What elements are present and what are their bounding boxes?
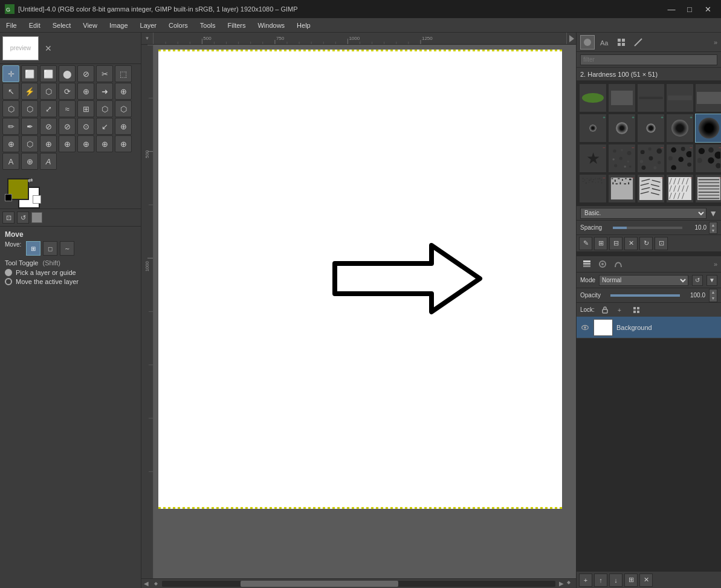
tab-patterns[interactable] <box>614 35 629 50</box>
layer-new-btn[interactable]: + <box>579 573 592 587</box>
tool-eraser[interactable]: ⊘ <box>40 118 57 135</box>
menu-select[interactable]: Select <box>47 21 77 30</box>
tool-pencil[interactable]: ✏ <box>2 118 19 135</box>
scroll-track-h[interactable] <box>162 581 555 587</box>
brush-duplicate-btn[interactable]: ⊞ <box>594 237 607 250</box>
tab-paths[interactable] <box>612 257 625 271</box>
tool-script[interactable]: ⊕ <box>96 135 113 152</box>
ruler-corner[interactable]: ▼ <box>141 33 154 45</box>
tool-ellipse-select[interactable]: ⬤ <box>59 65 76 82</box>
layer-duplicate-btn[interactable]: ⊞ <box>624 573 638 587</box>
brush-item-scatter3[interactable]: − <box>666 144 694 173</box>
layer-delete-btn[interactable]: ✕ <box>639 573 653 587</box>
tool-warp[interactable]: ⚡ <box>21 83 38 100</box>
tool-crop[interactable]: ⬡ <box>21 100 38 117</box>
tool-extra1[interactable]: ⊕ <box>115 135 132 152</box>
brush-delete-btn[interactable]: ✕ <box>624 237 638 250</box>
brush-item-line3[interactable] <box>695 83 721 112</box>
tool-bucket[interactable]: ⊕ <box>2 135 19 152</box>
brush-item-scatter1[interactable]: − <box>608 144 636 173</box>
tab-tools[interactable] <box>631 35 645 50</box>
tool-shear[interactable]: ➜ <box>96 83 113 100</box>
radio-pick-layer[interactable]: Pick a layer or guide <box>5 269 136 276</box>
brush-copy-btn[interactable]: ⊟ <box>609 237 622 250</box>
menu-windows[interactable]: Windows <box>251 21 291 30</box>
tab-brushes[interactable] <box>580 35 595 50</box>
tool-fuzzy-select[interactable]: ✂ <box>96 65 113 82</box>
menu-image[interactable]: Image <box>103 21 134 30</box>
brush-item-dot-sm4[interactable]: + <box>666 114 694 143</box>
brush-item-grit3[interactable]: − <box>637 174 665 203</box>
tool-text[interactable]: ⊞ <box>77 100 94 117</box>
tool-paint[interactable]: ⬡ <box>96 100 113 117</box>
mode-select[interactable]: Normal <box>599 275 688 286</box>
tool-smudge[interactable]: ↙ <box>96 118 113 135</box>
tool-colorpicker[interactable]: ⊕ <box>40 135 57 152</box>
tool-heal[interactable]: ⊕ <box>77 135 94 152</box>
brush-item-grit1[interactable]: − <box>579 174 607 203</box>
tool-blend[interactable]: ⬡ <box>21 135 38 152</box>
menu-layer[interactable]: Layer <box>134 21 163 30</box>
tool-font[interactable]: A <box>40 153 57 170</box>
brush-item-dot-sm2[interactable]: + <box>608 114 636 143</box>
tool-dodge[interactable]: ⊕ <box>115 118 132 135</box>
tool-perspective[interactable]: ⊕ <box>115 83 132 100</box>
tool-preview-close[interactable]: ✕ <box>42 42 54 54</box>
tool-by-color[interactable]: ⬚ <box>115 65 132 82</box>
tool-ink[interactable]: ⊙ <box>77 118 94 135</box>
brush-item-grit2[interactable]: − <box>608 174 636 203</box>
brush-item-grit5[interactable]: − <box>695 174 721 203</box>
tool-path[interactable]: ≈ <box>59 100 76 117</box>
tool-airbrush[interactable]: ⊘ <box>59 118 76 135</box>
opacity-spin[interactable]: ▲ ▼ <box>709 289 717 302</box>
brush-edit-btn[interactable]: ✎ <box>579 237 592 250</box>
tool-flip[interactable]: ⬡ <box>2 100 19 117</box>
move-layer-btn[interactable]: ⊞ <box>26 241 40 256</box>
maximize-button[interactable]: □ <box>681 1 698 18</box>
layer-item-background[interactable]: Background <box>577 317 721 338</box>
brush-refresh-btn[interactable]: ↻ <box>639 237 653 250</box>
tool-move[interactable]: ✛ <box>2 65 19 82</box>
minimize-button[interactable]: — <box>663 1 680 18</box>
brush-item-dot-sm[interactable]: + <box>579 114 607 143</box>
brush-item-line[interactable] <box>637 83 665 112</box>
tool-clone[interactable]: ⬡ <box>115 100 132 117</box>
brush-item-star[interactable]: − ★ <box>579 144 607 173</box>
reset-colors-button[interactable] <box>5 194 12 201</box>
move-path-btn[interactable]: ∼ <box>60 241 74 256</box>
tool-unified[interactable]: ⤢ <box>40 100 57 117</box>
brush-filter-input[interactable] <box>580 54 717 65</box>
tab-layers[interactable] <box>580 257 593 271</box>
tool-rect-select[interactable]: ⬜ <box>40 65 57 82</box>
tool-opt-btn2[interactable]: ↺ <box>17 212 29 224</box>
scroll-expand-left[interactable] <box>151 579 161 589</box>
menu-help[interactable]: Help <box>291 21 317 30</box>
opacity-slider[interactable] <box>610 294 680 297</box>
brush-item-oval[interactable] <box>579 83 607 112</box>
brush-item-dot-sm3[interactable]: + <box>637 114 665 143</box>
layer-lower-btn[interactable]: ↓ <box>609 573 622 587</box>
layer-raise-btn[interactable]: ↑ <box>594 573 607 587</box>
lock-position-btn[interactable] <box>631 305 642 315</box>
swap-colors-button[interactable]: ⇄ <box>28 177 33 184</box>
brush-item-grit4[interactable]: − <box>666 174 694 203</box>
brush-item-rect[interactable] <box>608 83 636 112</box>
brush-item-line2[interactable] <box>666 83 694 112</box>
tab-channels[interactable] <box>596 257 609 271</box>
menu-tools[interactable]: Tools <box>194 21 222 30</box>
scroll-right-btn[interactable]: ▶ <box>557 579 566 589</box>
menu-file[interactable]: File <box>0 21 23 30</box>
tool-scale[interactable]: ⊕ <box>77 83 94 100</box>
mode-btn1[interactable]: ↺ <box>692 275 703 286</box>
tool-opt-btn1[interactable]: ⊡ <box>2 212 15 224</box>
close-button[interactable]: ✕ <box>699 1 716 18</box>
panel-expand-btn[interactable]: » <box>714 39 717 46</box>
scroll-left-btn[interactable]: ◀ <box>141 579 151 589</box>
lock-pixels-btn[interactable] <box>600 305 610 315</box>
preset-expand-btn[interactable]: ▼ <box>709 208 717 218</box>
menu-colors[interactable]: Colors <box>163 21 194 30</box>
menu-view[interactable]: View <box>77 21 103 30</box>
tool-rotate[interactable]: ⟳ <box>59 83 76 100</box>
lock-alpha-btn[interactable]: + <box>615 305 626 315</box>
brush-item-scatter4[interactable]: − <box>695 144 721 173</box>
